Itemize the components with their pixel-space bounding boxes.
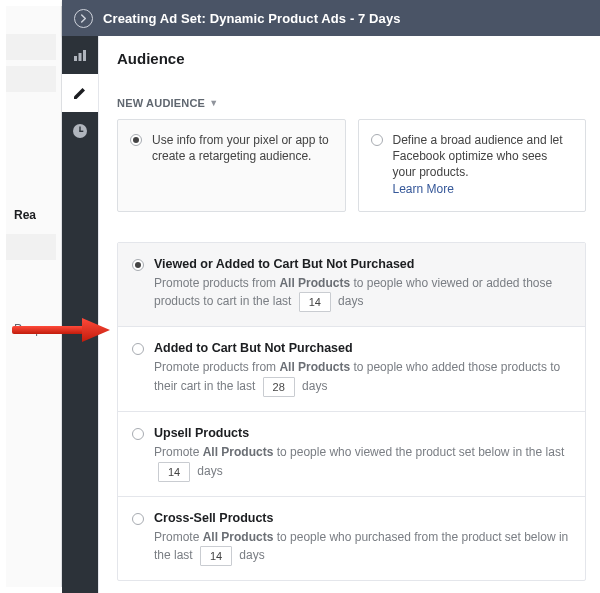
- radio-viewed-or-added[interactable]: [132, 259, 144, 271]
- svg-rect-1: [79, 53, 82, 61]
- option-description: Promote products from All Products to pe…: [154, 358, 571, 397]
- audience-type-retargeting[interactable]: Use info from your pixel or app to creat…: [117, 119, 346, 212]
- radio-retargeting[interactable]: [130, 134, 142, 146]
- option-viewed-or-added[interactable]: Viewed or Added to Cart But Not Purchase…: [118, 243, 585, 328]
- option-added-to-cart[interactable]: Added to Cart But Not Purchased Promote …: [118, 327, 585, 412]
- option-title: Viewed or Added to Cart But Not Purchase…: [154, 257, 571, 271]
- placeholder-block: [6, 66, 56, 92]
- option-title: Added to Cart But Not Purchased: [154, 341, 571, 355]
- audience-type-retargeting-text: Use info from your pixel or app to creat…: [152, 132, 333, 164]
- option-upsell[interactable]: Upsell Products Promote All Products to …: [118, 412, 585, 497]
- audience-type-broad[interactable]: Define a broad audience and let Facebook…: [358, 119, 587, 212]
- svg-rect-2: [83, 50, 86, 61]
- nav-item-edit[interactable]: [62, 74, 98, 112]
- radio-broad[interactable]: [371, 134, 383, 146]
- page-title: Creating Ad Set: Dynamic Product Ads - 7…: [103, 11, 401, 26]
- placeholder-block: [6, 234, 56, 260]
- sidebar-nav: [62, 36, 98, 593]
- section-heading: Audience: [117, 50, 586, 67]
- radio-added-to-cart[interactable]: [132, 343, 144, 355]
- option-description: Promote All Products to people who viewe…: [154, 443, 571, 482]
- placeholder-block: [6, 34, 56, 60]
- audience-options-list: Viewed or Added to Cart But Not Purchase…: [117, 242, 586, 581]
- days-input[interactable]: 28: [263, 377, 295, 397]
- option-title: Cross-Sell Products: [154, 511, 571, 525]
- days-input[interactable]: 14: [299, 292, 331, 312]
- main-panel: Audience NEW AUDIENCE ▼ Use info from yo…: [98, 36, 600, 593]
- background-left-panel: Rea Peop: [6, 6, 62, 587]
- new-audience-label: NEW AUDIENCE: [117, 97, 205, 109]
- audience-type-broad-desc: Define a broad audience and let Facebook…: [393, 133, 563, 179]
- days-input[interactable]: 14: [200, 546, 232, 566]
- learn-more-link[interactable]: Learn More: [393, 182, 454, 196]
- header-bar: Creating Ad Set: Dynamic Product Ads - 7…: [62, 0, 600, 36]
- option-title: Upsell Products: [154, 426, 571, 440]
- option-description: Promote All Products to people who purch…: [154, 528, 571, 567]
- truncated-label-people: Peop: [6, 322, 42, 336]
- nav-item-chart[interactable]: [62, 36, 98, 74]
- svg-rect-0: [74, 56, 77, 61]
- radio-upsell[interactable]: [132, 428, 144, 440]
- svg-rect-5: [79, 131, 83, 132]
- audience-type-broad-text: Define a broad audience and let Facebook…: [393, 132, 574, 197]
- nav-item-history[interactable]: [62, 112, 98, 150]
- days-input[interactable]: 14: [158, 462, 190, 482]
- radio-cross-sell[interactable]: [132, 513, 144, 525]
- truncated-label-reach: Rea: [6, 208, 36, 222]
- option-description: Promote products from All Products to pe…: [154, 274, 571, 313]
- expand-icon[interactable]: [74, 9, 93, 28]
- caret-down-icon: ▼: [209, 98, 218, 108]
- audience-type-row: Use info from your pixel or app to creat…: [117, 119, 586, 212]
- option-cross-sell[interactable]: Cross-Sell Products Promote All Products…: [118, 497, 585, 581]
- new-audience-dropdown[interactable]: NEW AUDIENCE ▼: [117, 97, 586, 109]
